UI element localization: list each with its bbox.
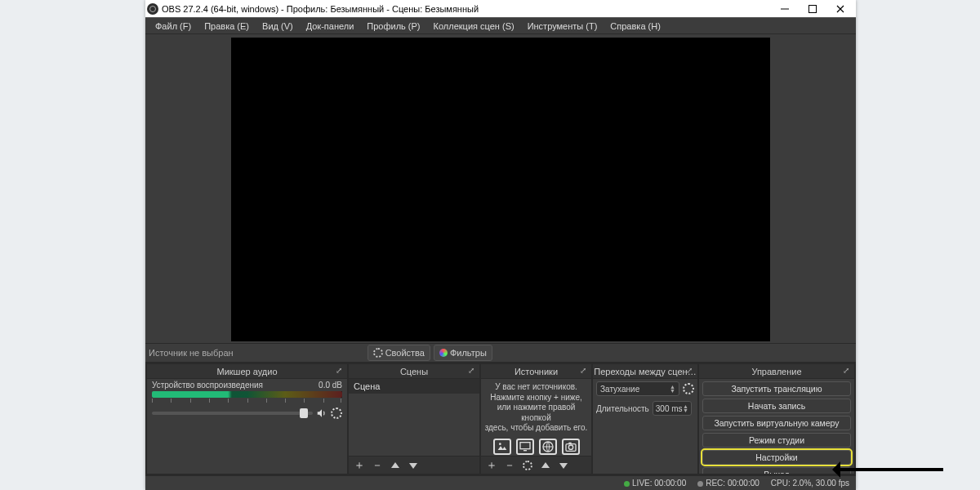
- menu-file[interactable]: Файл (F): [149, 20, 198, 33]
- scene-down-button[interactable]: [406, 458, 421, 473]
- preview-area: [145, 34, 856, 343]
- audio-level-label: 0.0 dB: [318, 381, 342, 390]
- docks-row: Микшер аудио ⤢ Устройство воспроизведени…: [145, 363, 856, 475]
- window-buttons: [771, 0, 854, 17]
- properties-label: Свойства: [385, 348, 425, 358]
- sources-footer: ＋ －: [481, 456, 591, 474]
- add-scene-button[interactable]: ＋: [352, 458, 367, 473]
- start-vcam-button[interactable]: Запустить виртуальную камеру: [702, 416, 851, 430]
- minimize-button[interactable]: [771, 0, 799, 17]
- scene-up-button[interactable]: [388, 458, 403, 473]
- titlebar: OBS 27.2.4 (64-bit, windows) - Профиль: …: [145, 0, 856, 17]
- source-toolbar: Источник не выбран Свойства Фильтры: [145, 343, 856, 363]
- rec-status: REC: 00:00:00: [697, 479, 760, 488]
- spinner-icon[interactable]: ▲▼: [683, 404, 688, 412]
- close-button[interactable]: [826, 0, 854, 17]
- chevron-icon: ▲▼: [670, 385, 675, 393]
- audio-ticks: [152, 399, 342, 405]
- properties-button[interactable]: Свойства: [368, 345, 430, 361]
- filters-button[interactable]: Фильтры: [434, 345, 492, 361]
- controls-title: Управление: [751, 367, 801, 376]
- dock-controls: Управление ⤢ Запустить трансляцию Начать…: [699, 364, 854, 474]
- detach-icon[interactable]: ⤢: [684, 366, 694, 376]
- menu-help[interactable]: Справка (H): [604, 20, 666, 33]
- live-status: LIVE: 00:00:00: [624, 479, 686, 488]
- speaker-icon[interactable]: [316, 408, 327, 419]
- source-down-button[interactable]: [556, 458, 571, 473]
- menu-tools[interactable]: Инструменты (T): [521, 20, 604, 33]
- detach-icon[interactable]: ⤢: [466, 366, 476, 376]
- source-properties-button[interactable]: [520, 458, 535, 473]
- svg-rect-4: [523, 450, 527, 451]
- dock-sources: Источники ⤢ У вас нет источников. Нажмит…: [481, 364, 591, 474]
- gear-icon[interactable]: [331, 408, 342, 419]
- start-record-button[interactable]: Начать запись: [702, 399, 851, 413]
- menu-scene-collection[interactable]: Коллекция сцен (S): [427, 20, 521, 33]
- camera-source-icon: [562, 439, 580, 455]
- audio-mixer-title: Микшер аудио: [216, 367, 277, 376]
- maximize-button[interactable]: [799, 0, 826, 17]
- dock-audio-mixer: Микшер аудио ⤢ Устройство воспроизведени…: [147, 364, 347, 474]
- duration-value: 300 ms: [656, 404, 683, 413]
- filter-icon: [439, 349, 448, 357]
- svg-rect-1: [809, 5, 817, 12]
- cpu-status: CPU: 2.0%, 30.00 fps: [771, 479, 849, 488]
- broadcast-icon: [624, 481, 630, 487]
- add-source-button[interactable]: ＋: [484, 458, 499, 473]
- dock-scenes: Сцены ⤢ Сцена ＋ －: [349, 364, 479, 474]
- sources-title: Источники: [514, 367, 558, 376]
- statusbar: LIVE: 00:00:00 REC: 00:00:00 CPU: 2.0%, …: [145, 475, 856, 490]
- obs-logo-icon: [147, 3, 158, 15]
- sources-list[interactable]: У вас нет источников. Нажмите кнопку + н…: [481, 379, 591, 456]
- no-source-label: Источник не выбран: [149, 348, 234, 358]
- remove-source-button[interactable]: －: [502, 458, 517, 473]
- duration-input[interactable]: 300 ms ▲▼: [653, 401, 692, 416]
- volume-slider[interactable]: [152, 412, 313, 415]
- scenes-footer: ＋ －: [349, 456, 479, 474]
- menu-docks[interactable]: Док-панели: [300, 20, 361, 33]
- gear-icon: [373, 348, 383, 358]
- sources-empty-message: У вас нет источников. Нажмите кнопку + н…: [481, 379, 591, 435]
- svg-rect-0: [781, 8, 789, 9]
- svg-point-2: [499, 443, 501, 445]
- audio-meter: [152, 391, 342, 398]
- detach-icon[interactable]: ⤢: [841, 366, 851, 376]
- filters-label: Фильтры: [450, 348, 487, 358]
- transition-select[interactable]: Затухание ▲▼: [596, 381, 679, 396]
- browser-source-icon: [539, 439, 557, 455]
- transition-value: Затухание: [600, 385, 639, 394]
- scene-item[interactable]: Сцена: [349, 379, 479, 394]
- scenes-title: Сцены: [400, 367, 428, 376]
- detach-icon[interactable]: ⤢: [334, 366, 344, 376]
- audio-channel: Устройство воспроизведения 0.0 dB: [147, 379, 347, 419]
- gear-icon[interactable]: [683, 383, 694, 394]
- display-source-icon: [516, 439, 534, 455]
- svg-rect-8: [568, 442, 571, 443]
- transitions-title: Переходы между сцен…: [594, 367, 696, 376]
- preview-canvas[interactable]: [231, 38, 770, 341]
- obs-window: OBS 27.2.4 (64-bit, windows) - Профиль: …: [145, 0, 856, 490]
- svg-point-7: [568, 445, 572, 449]
- duration-label: Длительность: [596, 404, 649, 413]
- menu-view[interactable]: Вид (V): [256, 20, 300, 33]
- remove-scene-button[interactable]: －: [370, 458, 385, 473]
- menu-edit[interactable]: Правка (E): [198, 20, 256, 33]
- record-icon: [697, 481, 703, 487]
- start-stream-button[interactable]: Запустить трансляцию: [702, 381, 851, 396]
- window-title: OBS 27.2.4 (64-bit, windows) - Профиль: …: [162, 4, 771, 14]
- svg-rect-3: [520, 442, 530, 448]
- studio-mode-button[interactable]: Режим студии: [702, 433, 851, 448]
- dock-transitions: Переходы между сцен… ⤢ Затухание ▲▼ Длит…: [593, 364, 697, 474]
- source-up-button[interactable]: [538, 458, 553, 473]
- audio-device-label: Устройство воспроизведения: [152, 381, 263, 390]
- source-type-icons: [481, 435, 591, 457]
- detach-icon[interactable]: ⤢: [578, 366, 588, 376]
- image-source-icon: [493, 439, 511, 455]
- scenes-list[interactable]: Сцена: [349, 379, 479, 456]
- annotation-arrow: [837, 468, 943, 471]
- menu-profile[interactable]: Профиль (P): [360, 20, 426, 33]
- menubar: Файл (F) Правка (E) Вид (V) Док-панели П…: [145, 17, 856, 34]
